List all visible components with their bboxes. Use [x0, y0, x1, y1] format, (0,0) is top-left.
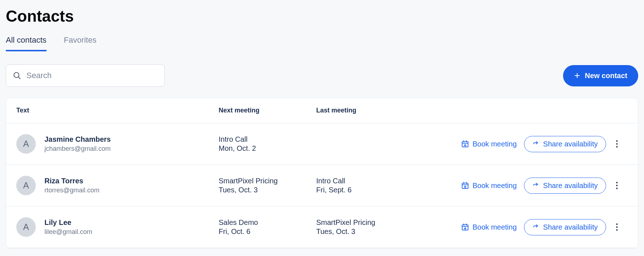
avatar: A: [16, 217, 36, 237]
next-meeting-title: Intro Call: [219, 135, 316, 144]
new-contact-button[interactable]: New contact: [563, 65, 638, 86]
search-input[interactable]: [26, 71, 158, 80]
svg-point-11: [616, 143, 618, 145]
calendar-add-icon: [461, 182, 469, 189]
more-options-button[interactable]: [606, 140, 628, 148]
search-icon: [13, 71, 21, 80]
share-availability-button[interactable]: Share availability: [524, 136, 606, 152]
table-row: A Lily Lee lilee@gmail.com Sales Demo Fr…: [6, 206, 638, 248]
svg-point-10: [616, 140, 618, 142]
last-meeting-cell: [316, 144, 439, 144]
contact-email: rtorres@gmail.com: [44, 187, 99, 194]
row-actions: Book meeting Share availability: [439, 219, 606, 235]
share-availability-button[interactable]: Share availability: [524, 219, 606, 235]
calendar-add-icon: [461, 140, 469, 148]
next-meeting-title: Sales Demo: [219, 218, 316, 227]
next-meeting-cell: Sales Demo Fri, Oct. 6: [219, 218, 316, 236]
svg-point-20: [616, 185, 618, 186]
column-header-text: Text: [16, 107, 219, 114]
share-availability-label: Share availability: [543, 140, 598, 148]
more-options-button[interactable]: [606, 182, 628, 189]
tab-favorites[interactable]: Favorites: [64, 35, 96, 51]
book-meeting-button[interactable]: Book meeting: [461, 182, 517, 190]
svg-point-29: [616, 226, 618, 228]
svg-point-19: [616, 182, 618, 183]
last-meeting-date: Tues, Oct. 3: [316, 227, 439, 236]
next-meeting-date: Mon, Oct. 2: [219, 144, 316, 153]
more-vertical-icon: [616, 223, 618, 231]
book-meeting-label: Book meeting: [473, 223, 517, 231]
next-meeting-cell: Intro Call Mon, Oct. 2: [219, 135, 316, 153]
row-actions: Book meeting Share availability: [439, 136, 606, 152]
share-availability-label: Share availability: [543, 223, 598, 231]
book-meeting-label: Book meeting: [473, 140, 517, 148]
tabs: All contacts Favorites: [6, 35, 638, 51]
book-meeting-label: Book meeting: [473, 182, 517, 190]
share-icon: [532, 182, 540, 189]
search-box[interactable]: [6, 64, 165, 87]
share-availability-label: Share availability: [543, 182, 598, 190]
avatar: A: [16, 176, 36, 195]
toolbar: New contact: [6, 64, 638, 87]
new-contact-label: New contact: [585, 72, 627, 80]
last-meeting-date: Fri, Sept. 6: [316, 186, 439, 194]
book-meeting-button[interactable]: Book meeting: [461, 140, 517, 148]
calendar-add-icon: [461, 223, 469, 231]
tab-all-contacts[interactable]: All contacts: [6, 35, 47, 51]
next-meeting-cell: SmartPixel Pricing Tues, Oct. 3: [219, 177, 316, 194]
column-header-last-meeting: Last meeting: [316, 107, 439, 114]
svg-point-21: [616, 188, 618, 189]
avatar: A: [16, 134, 36, 154]
next-meeting-title: SmartPixel Pricing: [219, 177, 316, 185]
svg-point-30: [616, 229, 618, 231]
plus-icon: [574, 72, 580, 79]
svg-line-1: [18, 77, 21, 79]
table-header: Text Next meeting Last meeting: [6, 98, 638, 123]
contact-cell: A Lily Lee lilee@gmail.com: [16, 217, 219, 237]
next-meeting-date: Fri, Oct. 6: [219, 227, 316, 236]
svg-point-12: [616, 146, 618, 148]
page-title: Contacts: [6, 7, 638, 25]
next-meeting-date: Tues, Oct. 3: [219, 186, 316, 194]
share-icon: [532, 140, 540, 148]
contact-cell: A Jasmine Chambers jchambers@gmail.com: [16, 134, 219, 154]
contact-email: jchambers@gmail.com: [44, 145, 111, 153]
last-meeting-title: Intro Call: [316, 177, 439, 185]
table-row: A Riza Torres rtorres@gmail.com SmartPix…: [6, 165, 638, 206]
contact-name: Riza Torres: [44, 177, 99, 185]
share-availability-button[interactable]: Share availability: [524, 178, 606, 194]
svg-point-28: [616, 223, 618, 225]
last-meeting-cell: Intro Call Fri, Sept. 6: [316, 177, 439, 194]
more-options-button[interactable]: [606, 223, 628, 231]
more-vertical-icon: [616, 140, 618, 148]
column-header-next-meeting: Next meeting: [219, 107, 316, 114]
book-meeting-button[interactable]: Book meeting: [461, 223, 517, 231]
last-meeting-cell: SmartPixel Pricing Tues, Oct. 3: [316, 218, 439, 236]
table-row: A Jasmine Chambers jchambers@gmail.com I…: [6, 123, 638, 165]
contact-email: lilee@gmail.com: [44, 228, 92, 236]
contact-name: Jasmine Chambers: [44, 135, 111, 144]
last-meeting-title: SmartPixel Pricing: [316, 218, 439, 227]
share-icon: [532, 223, 540, 231]
contacts-table: Text Next meeting Last meeting A Jasmine…: [6, 98, 638, 248]
more-vertical-icon: [616, 182, 618, 189]
contact-name: Lily Lee: [44, 218, 92, 227]
row-actions: Book meeting Share availability: [439, 178, 606, 194]
contact-cell: A Riza Torres rtorres@gmail.com: [16, 176, 219, 195]
